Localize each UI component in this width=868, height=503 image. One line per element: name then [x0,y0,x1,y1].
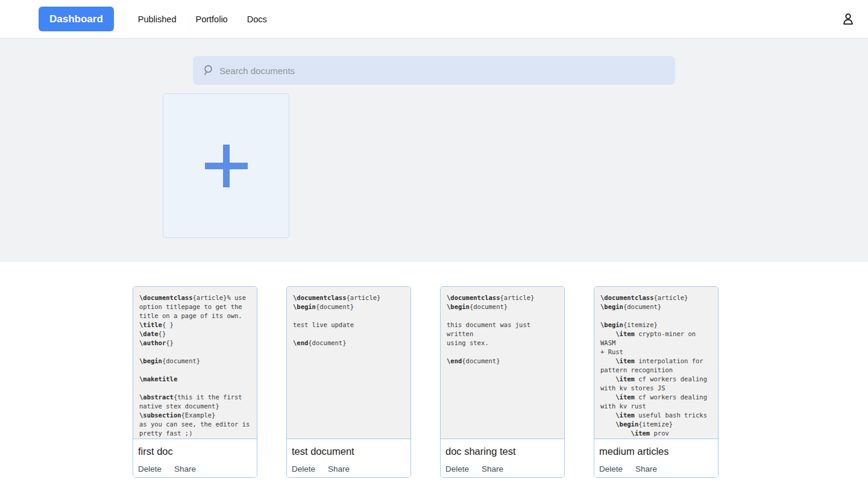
document-title: first doc [138,446,252,457]
document-actions: DeleteShare [138,464,252,473]
hero-section [0,39,868,262]
documents-row: \documentclass{article}% use option titl… [133,262,868,478]
nav-link-published[interactable]: Published [138,14,177,24]
profile-person-icon[interactable] [840,11,856,27]
nav-link-docs[interactable]: Docs [247,14,267,24]
document-code-preview[interactable]: \documentclass{article} \begin{document}… [287,287,410,439]
delete-button[interactable]: Delete [599,464,623,473]
new-document-card[interactable] [163,93,289,238]
document-card: \documentclass{article} \begin{document}… [440,286,565,478]
delete-button[interactable]: Delete [445,464,469,473]
plus-icon [205,145,248,187]
share-button[interactable]: Share [635,464,657,473]
document-code-preview[interactable]: \documentclass{article}% use option titl… [133,287,257,439]
dashboard-button[interactable]: Dashboard [39,7,114,31]
document-actions: DeleteShare [445,464,559,473]
document-card-footer: test documentDeleteShare [287,439,410,477]
top-navbar: Dashboard PublishedPortfolioDocs [0,0,868,39]
documents-section: \documentclass{article}% use option titl… [0,262,868,478]
delete-button[interactable]: Delete [138,464,162,473]
share-button[interactable]: Share [328,464,350,473]
search-input[interactable] [219,66,667,76]
nav-link-portfolio[interactable]: Portfolio [195,14,227,24]
search-bar [193,56,675,85]
document-card-footer: first docDeleteShare [133,439,257,477]
nav-links: PublishedPortfolioDocs [138,14,286,24]
document-card-footer: medium articlesDeleteShare [594,439,718,477]
share-button[interactable]: Share [174,464,196,473]
search-icon [201,64,215,77]
delete-button[interactable]: Delete [292,464,315,473]
document-title: medium articles [599,446,713,457]
document-title: test document [292,446,406,457]
document-title: doc sharing test [445,446,559,457]
document-card-footer: doc sharing testDeleteShare [441,439,564,477]
document-code-preview[interactable]: \documentclass{article} \begin{document}… [441,287,564,439]
document-card: \documentclass{article}% use option titl… [133,286,257,478]
share-button[interactable]: Share [482,464,503,473]
document-actions: DeleteShare [292,464,406,473]
document-card: \documentclass{article} \begin{document}… [594,286,719,478]
document-card: \documentclass{article} \begin{document}… [286,286,411,478]
document-actions: DeleteShare [599,464,713,473]
document-code-preview[interactable]: \documentclass{article} \begin{document}… [594,287,718,439]
